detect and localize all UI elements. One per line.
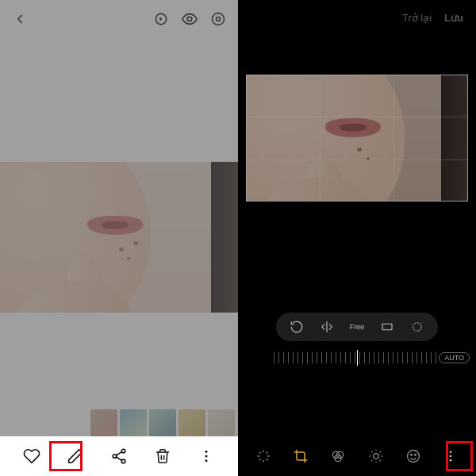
svg-point-13: [413, 323, 422, 332]
svg-point-19: [411, 455, 413, 456]
photo-editor: Trở lại Lưu Free: [238, 0, 476, 476]
svg-point-22: [450, 455, 452, 458]
editor-bottombar: [238, 436, 476, 476]
svg-point-2: [213, 13, 225, 25]
svg-point-20: [415, 455, 416, 456]
viewer-bottombar: [0, 436, 238, 476]
svg-point-10: [205, 455, 208, 458]
svg-point-9: [205, 451, 208, 453]
bixby-vision-icon[interactable]: [152, 10, 170, 28]
crop-tool-pill: Free: [276, 313, 438, 341]
thumbnail[interactable]: [120, 409, 147, 436]
svg-point-21: [450, 451, 452, 453]
editor-save-button[interactable]: Lưu: [444, 12, 463, 24]
thumbnail-strip[interactable]: [90, 409, 238, 436]
editor-topbar: Trở lại Lưu: [238, 0, 476, 35]
editor-more-button[interactable]: [438, 443, 463, 469]
smartview-icon[interactable]: [209, 10, 227, 28]
sticker-tab-icon[interactable]: [401, 443, 426, 469]
gallery-viewer: [0, 0, 238, 476]
free-crop-icon[interactable]: Free: [349, 319, 365, 335]
editor-back-button[interactable]: Trở lại: [402, 12, 432, 24]
svg-line-8: [116, 457, 121, 460]
svg-point-18: [407, 451, 419, 463]
svg-rect-12: [382, 324, 392, 330]
straighten-ruler[interactable]: AUTO: [238, 349, 476, 367]
favorite-button[interactable]: [17, 442, 46, 470]
crop-frame[interactable]: [246, 75, 468, 202]
flip-icon[interactable]: [319, 319, 335, 335]
ratio-icon[interactable]: [379, 319, 395, 335]
crop-preview[interactable]: [246, 75, 468, 202]
rotate-icon[interactable]: [289, 319, 305, 335]
crop-tab-icon[interactable]: [288, 443, 313, 469]
svg-point-23: [450, 459, 452, 462]
adjust-tab-icon[interactable]: [363, 443, 389, 469]
thumbnail[interactable]: [149, 409, 176, 436]
photo-preview[interactable]: [0, 162, 238, 313]
lasso-icon[interactable]: [409, 319, 425, 335]
svg-point-11: [205, 459, 208, 462]
thumbnail[interactable]: [208, 409, 235, 436]
svg-line-7: [116, 452, 121, 455]
share-button[interactable]: [105, 442, 133, 470]
filter-tab-icon[interactable]: [325, 443, 351, 469]
thumbnail[interactable]: [90, 409, 117, 436]
delete-button[interactable]: [148, 442, 177, 470]
back-button[interactable]: [11, 10, 29, 28]
viewer-topbar: [0, 0, 238, 38]
auto-enhance-icon[interactable]: [251, 443, 276, 469]
svg-point-1: [187, 17, 192, 21]
view-icon[interactable]: [181, 10, 198, 28]
svg-point-17: [373, 454, 378, 459]
auto-badge[interactable]: AUTO: [439, 352, 470, 363]
svg-point-3: [217, 17, 221, 21]
edit-button[interactable]: [61, 442, 90, 470]
more-button[interactable]: [192, 442, 221, 470]
thumbnail[interactable]: [178, 409, 205, 436]
